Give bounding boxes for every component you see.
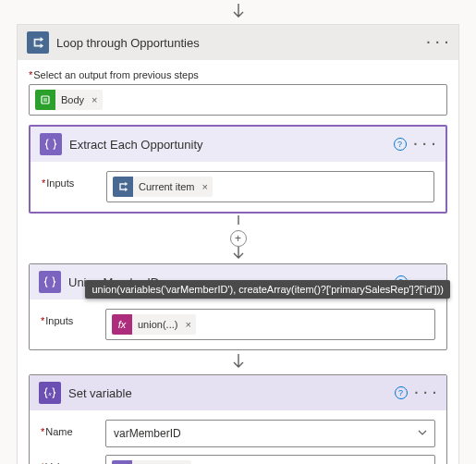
outputs-token[interactable]: Outputs × [112,460,191,464]
loop-body: *Select an output from previous steps Bo… [18,60,458,125]
menu-icon[interactable]: · · · [427,35,449,50]
loop-icon [27,31,49,54]
parse-icon [40,133,62,155]
chevron-down-icon [418,427,427,440]
help-icon[interactable]: ? [395,386,408,399]
inputs-label: *Inputs [41,309,92,326]
fx-token[interactable]: fx union(...) × [112,314,196,335]
union-inputs-input[interactable]: fx union(...) × [105,309,435,340]
setvar-card: x Set variable ? · · · *Name varMemberID [29,374,447,464]
extract-card: Extract Each Opportunity ? · · · *Inputs… [29,125,447,214]
arrow-down-icon [29,245,447,262]
name-select[interactable]: varMemberID [105,420,435,447]
loop-item-icon [113,177,133,197]
loop-header[interactable]: Loop through Opportunties · · · [18,25,458,60]
name-label: *Name [41,420,92,437]
menu-icon[interactable]: · · · [414,137,436,152]
extract-header[interactable]: Extract Each Opportunity ? · · · [31,127,445,162]
loop-card: Loop through Opportunties · · · *Select … [17,24,459,464]
loop-title: Loop through Opportunties [56,36,420,50]
svg-text:x: x [47,390,52,397]
remove-token-icon[interactable]: × [90,90,102,110]
arrow-down-icon [17,4,459,20]
remove-token-icon[interactable]: × [201,177,213,197]
extract-title: Extract Each Opportunity [69,138,386,152]
expression-tooltip: union(variables('varMemberID'), createAr… [85,280,450,299]
current-item-token[interactable]: Current item × [113,177,213,197]
value-input[interactable]: Outputs × [105,455,435,464]
arrow-down-icon [29,354,447,371]
insert-action-button[interactable]: + [230,230,247,247]
parse-icon [112,460,132,464]
body-token[interactable]: Body × [35,90,103,110]
extract-inputs-input[interactable]: Current item × [106,171,434,202]
fx-icon: fx [112,314,132,335]
help-icon[interactable]: ? [394,138,407,151]
remove-token-icon[interactable]: × [179,460,191,464]
svg-rect-0 [42,96,49,104]
union-card: Union MemberIDs ? · · · *Inputs fx union… [29,263,447,350]
menu-icon[interactable]: · · · [415,385,437,400]
parse-icon [39,271,61,293]
inputs-label: *Inputs [42,171,93,189]
variable-icon: x [39,382,61,404]
body-token-icon [35,90,55,110]
select-output-input[interactable]: Body × [29,84,447,116]
remove-token-icon[interactable]: × [183,314,195,335]
select-output-label: *Select an output from previous steps [29,69,447,80]
setvar-title: Set variable [68,386,387,400]
setvar-header[interactable]: x Set variable ? · · · [30,375,446,410]
value-label: *Value [41,455,92,464]
